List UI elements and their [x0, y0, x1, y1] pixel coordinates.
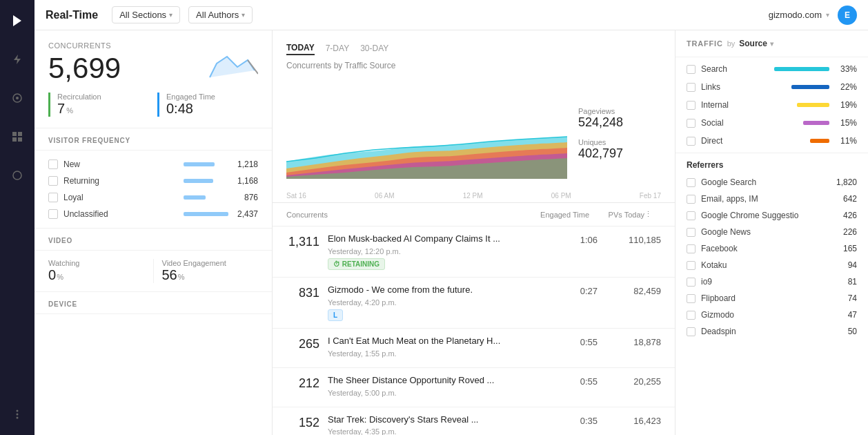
- svg-rect-4: [12, 132, 17, 136]
- watching-metric: Watching 0 %: [48, 259, 145, 283]
- article-body: Elon Musk-backed AI Company Claims It ..…: [328, 233, 534, 270]
- article-item[interactable]: 265 I Can't Eat Much Meat on the Planeta…: [273, 329, 675, 368]
- traffic-checkbox[interactable]: [687, 137, 696, 146]
- traffic-bar: [803, 121, 829, 125]
- referrer-count: 81: [848, 277, 857, 287]
- chart-subtitle: Concurrents by Traffic Source: [286, 61, 661, 70]
- traffic-pct: 19%: [835, 100, 857, 110]
- freq-label: Returning: [63, 176, 178, 186]
- referrer-checkbox[interactable]: [687, 178, 696, 187]
- referrer-checkbox[interactable]: [687, 228, 696, 237]
- referrer-label: Kotaku: [701, 260, 842, 270]
- freq-checkbox[interactable]: [48, 176, 58, 186]
- traffic-bar: [774, 67, 829, 71]
- referrer-checkbox[interactable]: [687, 244, 696, 253]
- traffic-checkbox[interactable]: [687, 83, 696, 92]
- svg-point-11: [17, 417, 19, 419]
- pageviews-stat: Pageviews 524,248: [578, 107, 661, 130]
- referrer-label: Google Search: [701, 177, 831, 187]
- sidebar-icon-target[interactable]: [5, 86, 30, 110]
- axis-label: 12 PM: [463, 192, 483, 200]
- traffic-label: Internal: [701, 100, 791, 110]
- article-item[interactable]: 212 The Sheer Distance Opportunity Roved…: [273, 368, 675, 407]
- video-metrics: Watching 0 % Video Engagement 56 %: [34, 251, 272, 291]
- traffic-checkbox[interactable]: [687, 65, 696, 74]
- article-engaged-time: 1:06: [542, 235, 598, 245]
- tab-7day[interactable]: 7-DAY: [326, 42, 349, 55]
- freq-bar: [184, 195, 206, 200]
- sidebar-icon-circle[interactable]: [5, 163, 30, 188]
- traffic-item: Social 15%: [675, 114, 868, 132]
- traffic-checkbox[interactable]: [687, 119, 696, 128]
- article-meta: Yesterday, 4:20 p.m.: [328, 298, 534, 307]
- referrer-count: 94: [848, 260, 857, 270]
- freq-count: 2,437: [230, 209, 258, 219]
- chart-meta: Pageviews 524,248 Uniques 402,797: [578, 79, 661, 189]
- chart-svg: [286, 79, 567, 189]
- left-panel: Concurrents 5,699 Recirculation 7 %: [34, 30, 273, 435]
- svg-point-9: [17, 410, 19, 412]
- all-sections-dropdown[interactable]: All Sections ▾: [112, 6, 180, 23]
- sidebar-icon-more[interactable]: [5, 402, 30, 427]
- referrer-checkbox[interactable]: [687, 294, 696, 303]
- articles-header: Concurrents Engaged Time PVs Today ⋮: [273, 203, 675, 226]
- referrer-checkbox[interactable]: [687, 195, 696, 204]
- article-concurrents: 1,311: [286, 235, 319, 249]
- source-caret-icon: ▾: [770, 40, 773, 48]
- referrer-label: Google News: [701, 227, 838, 237]
- source-dropdown[interactable]: Source ▾: [739, 39, 773, 48]
- concurrents-value: 5,699: [48, 52, 121, 84]
- referrer-count: 165: [843, 244, 857, 253]
- domain-selector[interactable]: gizmodo.com ▾: [769, 10, 829, 20]
- referrer-label: Gizmodo: [701, 310, 842, 320]
- referrer-item: Gizmodo 47: [675, 307, 868, 323]
- referrer-checkbox[interactable]: [687, 278, 696, 287]
- article-pvs: 16,423: [606, 416, 661, 426]
- freq-checkbox[interactable]: [48, 193, 58, 202]
- chart-axis: Sat 1606 AM12 PM06 PMFeb 17: [286, 189, 661, 202]
- main-area: Real-Time All Sections ▾ All Authors ▾ g…: [34, 0, 868, 435]
- sidebar-logo[interactable]: [5, 8, 30, 33]
- sidebar: [0, 0, 34, 435]
- referrer-item: io9 81: [675, 273, 868, 290]
- svg-rect-5: [18, 132, 22, 136]
- traffic-bar: [810, 139, 829, 143]
- article-concurrents: 831: [286, 286, 319, 300]
- avatar[interactable]: E: [838, 6, 857, 25]
- traffic-checkbox[interactable]: [687, 101, 696, 110]
- referrer-item: Google News 226: [675, 224, 868, 240]
- article-concurrents: 265: [286, 337, 319, 351]
- svg-marker-0: [13, 15, 21, 26]
- referrer-count: 426: [843, 211, 857, 220]
- sidebar-icon-grid[interactable]: [5, 124, 30, 149]
- article-item[interactable]: 831 Gizmodo - We come from the future. Y…: [273, 278, 675, 329]
- traffic-pct: 22%: [835, 82, 857, 92]
- traffic-label: Search: [701, 64, 769, 74]
- video-engagement-metric: Video Engagement 56 %: [162, 259, 259, 283]
- engaged-time-metric: Engaged Time 0:48: [157, 93, 258, 117]
- article-concurrents: 152: [286, 416, 319, 430]
- sidebar-icon-lightning[interactable]: [5, 47, 30, 72]
- right-panel: TRAFFIC by Source ▾ Search 33% Links 22%…: [675, 30, 868, 435]
- referrer-count: 50: [848, 327, 857, 336]
- traffic-item: Links 22%: [675, 78, 868, 96]
- tab-30day[interactable]: 30-DAY: [360, 42, 388, 55]
- referrer-checkbox[interactable]: [687, 261, 696, 270]
- article-item[interactable]: 1,311 Elon Musk-backed AI Company Claims…: [273, 226, 675, 278]
- freq-checkbox[interactable]: [48, 209, 58, 219]
- article-meta: Yesterday, 12:20 p.m.: [328, 247, 534, 255]
- device-section: DEVICE: [34, 291, 272, 314]
- article-item[interactable]: 152 Star Trek: Discovery's Stars Reveal …: [273, 407, 675, 435]
- traffic-label: Links: [701, 82, 786, 92]
- referrer-checkbox[interactable]: [687, 311, 696, 320]
- freq-checkbox[interactable]: [48, 160, 58, 169]
- svg-point-8: [13, 171, 21, 180]
- tab-today[interactable]: TODAY: [286, 41, 315, 55]
- referrer-checkbox[interactable]: [687, 327, 696, 336]
- article-title: I Can't Eat Much Meat on the Planetary H…: [328, 336, 534, 347]
- all-authors-dropdown[interactable]: All Authors ▾: [188, 6, 253, 23]
- freq-bar-container: [184, 195, 225, 200]
- referrer-checkbox[interactable]: [687, 211, 696, 220]
- article-concurrents: 212: [286, 376, 319, 391]
- badge-retaining: ⏱ RETAINING: [328, 258, 385, 270]
